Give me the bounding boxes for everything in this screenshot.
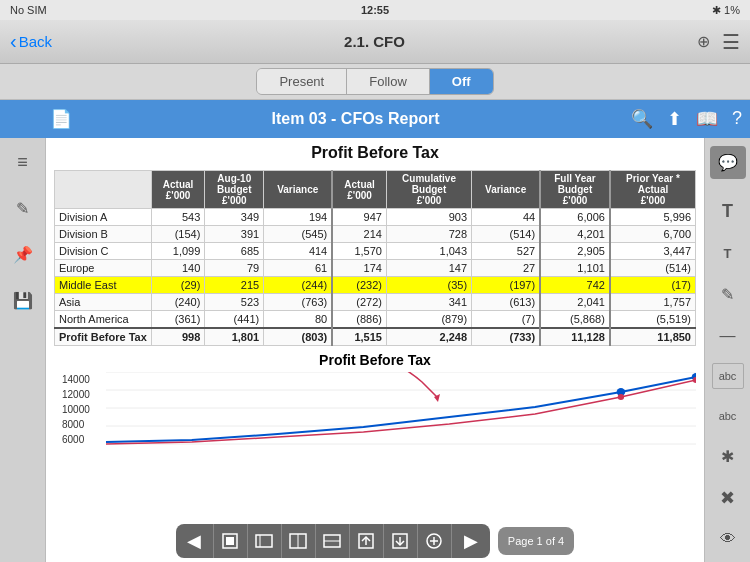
- sidebar-save-icon[interactable]: 💾: [7, 284, 39, 316]
- tab-bar: Present Follow Off: [0, 64, 750, 100]
- right-star-icon[interactable]: ✱: [712, 442, 744, 471]
- back-label: Back: [19, 33, 52, 50]
- table-cell: 79: [205, 260, 264, 277]
- table-cell: 1,757: [610, 294, 696, 311]
- right-abc-solid-icon[interactable]: abc: [712, 363, 744, 389]
- right-text-large-icon[interactable]: T: [712, 197, 744, 226]
- th-aug-actual: Actual£'000: [151, 171, 205, 209]
- table-cell: (7): [472, 311, 541, 329]
- table-cell: (763): [264, 294, 333, 311]
- sidebar-edit-icon[interactable]: ✎: [7, 192, 39, 224]
- bottom-toolbar: ◀: [46, 524, 704, 558]
- toolbar-btn-6[interactable]: [384, 524, 418, 558]
- table-cell: Asia: [55, 294, 152, 311]
- tab-follow[interactable]: Follow: [347, 69, 430, 94]
- table-cell: (29): [151, 277, 205, 294]
- sidebar-pin-icon[interactable]: 📌: [7, 238, 39, 270]
- table-cell: 728: [386, 226, 471, 243]
- toolbar-next-btn[interactable]: ▶: [452, 524, 490, 558]
- right-sidebar: 💬 T T ✎ — abc abc ✱ ✖ 👁: [704, 138, 750, 562]
- table-row: Profit Before Tax9981,801(803)1,5152,248…: [55, 328, 696, 346]
- toolbar-group: ◀: [176, 524, 490, 558]
- table-cell: (232): [332, 277, 386, 294]
- battery-level: 1%: [724, 4, 740, 16]
- table-cell: 4,201: [540, 226, 610, 243]
- toolbar-btn-3[interactable]: [282, 524, 316, 558]
- chart-area: 14000 12000 10000 8000 6000: [62, 372, 696, 447]
- table-cell: (244): [264, 277, 333, 294]
- table-cell: (5,868): [540, 311, 610, 329]
- th-aug-budget: Aug-10Budget£'000: [205, 171, 264, 209]
- table-row: Middle East(29)215(244)(232)(35)(197)742…: [55, 277, 696, 294]
- table-cell: Profit Before Tax: [55, 328, 152, 346]
- toolbar-btn-7[interactable]: [418, 524, 452, 558]
- table-row: Division A543349194947903446,0065,996: [55, 209, 696, 226]
- toolbar-prev-btn[interactable]: ◀: [176, 524, 214, 558]
- table-cell: (154): [151, 226, 205, 243]
- y-14000: 14000: [62, 374, 104, 385]
- right-pen-icon[interactable]: ✎: [712, 280, 744, 309]
- th-fy-budget: Full YearBudget£'000: [540, 171, 610, 209]
- time: 12:55: [361, 4, 389, 16]
- toolbar-btn-4[interactable]: [316, 524, 350, 558]
- right-chat-icon[interactable]: 💬: [710, 146, 746, 179]
- table-cell: (613): [472, 294, 541, 311]
- table-cell: 215: [205, 277, 264, 294]
- table-cell: 742: [540, 277, 610, 294]
- table-cell: 527: [472, 243, 541, 260]
- table-cell: (803): [264, 328, 333, 346]
- table-row: Division C1,0996854141,5701,0435272,9053…: [55, 243, 696, 260]
- title-bar: 📄 Item 03 - CFOs Report 🔍 ⬆ 📖 ?: [0, 100, 750, 138]
- right-close-icon[interactable]: ✖: [712, 483, 744, 512]
- table-cell: (514): [610, 260, 696, 277]
- table-cell: (240): [151, 294, 205, 311]
- table-cell: 341: [386, 294, 471, 311]
- sidebar-list-icon[interactable]: ≡: [7, 146, 39, 178]
- y-12000: 12000: [62, 389, 104, 400]
- report-title: Profit Before Tax: [54, 144, 696, 162]
- right-eye-icon[interactable]: 👁: [712, 525, 744, 554]
- right-line-icon[interactable]: —: [712, 321, 744, 350]
- left-sidebar: ≡ ✎ 📌 💾: [0, 138, 46, 562]
- help-icon[interactable]: ?: [732, 108, 742, 130]
- content-area: Profit Before Tax Actual£'000 Aug-10Budg…: [46, 138, 704, 562]
- search-icon[interactable]: 🔍: [631, 108, 653, 130]
- status-bar: No SIM 12:55 ✱ 1%: [0, 0, 750, 20]
- tab-off[interactable]: Off: [430, 69, 493, 94]
- table-cell: 903: [386, 209, 471, 226]
- table-cell: 523: [205, 294, 264, 311]
- table-cell: 1,515: [332, 328, 386, 346]
- table-cell: 214: [332, 226, 386, 243]
- table-cell: (545): [264, 226, 333, 243]
- toolbar-btn-1[interactable]: [214, 524, 248, 558]
- bluetooth-icon: ✱: [712, 4, 721, 16]
- table-cell: 6,006: [540, 209, 610, 226]
- table-cell: 44: [472, 209, 541, 226]
- table-cell: 998: [151, 328, 205, 346]
- table-cell: 1,099: [151, 243, 205, 260]
- toolbar-btn-5[interactable]: [350, 524, 384, 558]
- doc-icon: 📄: [50, 108, 72, 130]
- table-cell: 147: [386, 260, 471, 277]
- menu-icon[interactable]: ☰: [722, 30, 740, 54]
- title-icons: 🔍 ⬆ 📖 ?: [631, 108, 742, 130]
- table-cell: (197): [472, 277, 541, 294]
- table-cell: 1,043: [386, 243, 471, 260]
- right-abc-outline-icon[interactable]: abc: [712, 403, 744, 429]
- bookmark-icon[interactable]: 📖: [696, 108, 718, 130]
- battery-info: ✱ 1%: [712, 4, 740, 17]
- table-row: North America(361)(441)80(886)(879)(7)(5…: [55, 311, 696, 329]
- right-text-small-icon[interactable]: T: [712, 238, 744, 267]
- table-cell: 5,996: [610, 209, 696, 226]
- share-icon[interactable]: ⬆: [667, 108, 682, 130]
- table-cell: 6,700: [610, 226, 696, 243]
- table-cell: 3,447: [610, 243, 696, 260]
- table-cell: North America: [55, 311, 152, 329]
- y-10000: 10000: [62, 404, 104, 415]
- y-8000: 8000: [62, 419, 104, 430]
- toolbar-btn-2[interactable]: [248, 524, 282, 558]
- back-button[interactable]: ‹ Back: [10, 30, 52, 53]
- wifi-icon: ⊕: [697, 32, 710, 51]
- table-cell: 1,570: [332, 243, 386, 260]
- tab-present[interactable]: Present: [257, 69, 347, 94]
